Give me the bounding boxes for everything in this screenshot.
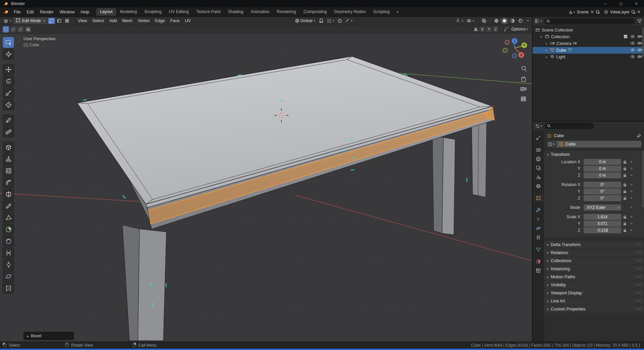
menu-face[interactable]: Face [168, 18, 182, 23]
workspace-tab-geometry-nodes[interactable]: Geometry Nodes [330, 8, 369, 16]
panel-delta-transform[interactable]: Delta Transform [544, 241, 644, 249]
panel-grip-icon[interactable] [636, 268, 641, 270]
tool-rotate[interactable] [3, 76, 14, 87]
view-layer-new-icon[interactable] [631, 10, 635, 14]
shading-rendered-button[interactable] [517, 18, 524, 24]
panel-viewport-display[interactable]: Viewport Display [544, 289, 644, 297]
tab-object-data[interactable] [533, 245, 543, 253]
scene-browse-icon[interactable] [568, 10, 575, 14]
scene-new-icon[interactable] [596, 10, 600, 14]
shading-dropdown[interactable] [525, 18, 530, 23]
editor-type-button[interactable] [2, 18, 13, 24]
animate-dot[interactable] [629, 216, 634, 218]
lock-icon[interactable] [621, 215, 629, 219]
outliner-row-light[interactable]: ▸ Light [533, 54, 644, 60]
rotation-mode-dropdown[interactable]: XYZ Euler [584, 205, 621, 211]
view-layer-selector[interactable]: ViewLayer [604, 10, 641, 14]
workspace-tab-layout[interactable]: Layout [96, 8, 116, 16]
outliner-item-label[interactable]: Camera [556, 41, 571, 46]
hide-eye-icon[interactable] [630, 48, 635, 53]
field-value[interactable]: 0 m [584, 159, 621, 165]
field-value[interactable]: 0 m [584, 166, 621, 172]
workspace-tab-modeling[interactable]: Modeling [116, 8, 141, 16]
menu-uv[interactable]: UV [182, 18, 193, 23]
table-leg-front-left[interactable] [138, 229, 166, 341]
edge-select-button[interactable] [56, 18, 63, 24]
shading-material-button[interactable] [509, 18, 516, 24]
toggle-xray-button[interactable] [480, 18, 488, 24]
tab-world[interactable] [533, 182, 543, 190]
tool-poly-build[interactable] [3, 212, 14, 223]
panel-grip-icon[interactable] [636, 243, 641, 246]
menu-render[interactable]: Render [37, 10, 57, 14]
field-value[interactable]: 1.814 [584, 214, 621, 220]
expand-icon[interactable]: ▾ [539, 35, 543, 39]
panel-grip-icon[interactable] [636, 251, 641, 254]
menu-view[interactable]: View [75, 18, 89, 23]
menu-vertex[interactable]: Vertex [136, 18, 152, 23]
mirror-x-toggle[interactable]: X [479, 26, 485, 32]
select-mode-subtract-button[interactable] [17, 26, 24, 33]
workspace-tab-shading[interactable]: Shading [224, 8, 247, 16]
transform-orientation-dropdown[interactable]: Global [293, 18, 317, 24]
view-layer-name[interactable]: ViewLayer [610, 10, 630, 14]
render-visibility-icon[interactable] [638, 55, 642, 59]
tool-rip-region[interactable] [3, 283, 14, 294]
panel-grip-icon[interactable] [636, 276, 641, 278]
render-visibility-icon[interactable] [638, 41, 642, 46]
checkbox-icon[interactable] [624, 35, 628, 40]
tab-render[interactable] [533, 146, 543, 154]
menu-mesh[interactable]: Mesh [120, 18, 135, 23]
mirror-z-toggle[interactable]: Z [493, 26, 498, 32]
tab-scene[interactable] [533, 173, 543, 181]
mode-dropdown[interactable]: Edit Mode [13, 17, 48, 24]
tab-object[interactable] [533, 194, 543, 202]
shading-solid-button[interactable] [501, 18, 508, 24]
tab-physics[interactable] [533, 224, 543, 232]
animate-dot[interactable] [629, 161, 634, 163]
workspace-tab-texture-paint[interactable]: Texture Paint [193, 8, 224, 16]
select-mode-intersect-button[interactable] [25, 26, 31, 33]
select-mode-new-button[interactable] [3, 26, 9, 33]
tab-constraints[interactable] [533, 233, 543, 241]
animate-dot[interactable] [629, 223, 634, 224]
hide-eye-icon[interactable] [630, 35, 635, 39]
lock-icon[interactable] [621, 160, 629, 164]
viewport-canvas[interactable]: Z Y X [0, 34, 532, 342]
select-mode-extend-button[interactable] [10, 26, 16, 33]
blender-app-icon[interactable] [3, 9, 9, 15]
tool-select-box[interactable] [3, 37, 14, 48]
tool-spin[interactable] [3, 224, 14, 235]
hide-eye-icon[interactable] [630, 41, 635, 46]
tab-material[interactable] [533, 257, 543, 265]
render-visibility-icon[interactable] [638, 48, 642, 53]
panel-grip-icon[interactable] [636, 300, 641, 302]
proportional-editing-button[interactable] [336, 18, 343, 24]
lock-icon[interactable] [621, 174, 629, 177]
panel-custom-properties[interactable]: Custom Properties [544, 305, 644, 313]
menu-select[interactable]: Select [90, 18, 106, 23]
outliner-scrollbar[interactable] [642, 27, 644, 57]
tab-tool[interactable] [533, 134, 543, 141]
tool-add-cube[interactable] [3, 142, 14, 153]
add-workspace-button[interactable]: + [393, 10, 401, 14]
animate-dot[interactable] [629, 190, 634, 192]
render-visibility-icon[interactable] [638, 35, 642, 39]
gizmo-x-neg[interactable] [505, 40, 509, 45]
outliner-row-camera[interactable]: ▸ Camera [533, 40, 644, 47]
breadcrumb-label[interactable]: Cube [554, 133, 564, 138]
panel-visibility[interactable]: Visibility [544, 281, 644, 289]
panel-motion-paths[interactable]: Motion Paths [544, 273, 644, 281]
animate-dot[interactable] [629, 207, 634, 208]
outliner-row-collection[interactable]: ▾ Collection [533, 34, 644, 40]
panel-grip-icon[interactable] [636, 259, 641, 262]
outliner-row-cube[interactable]: ▸ Cube [533, 47, 644, 54]
vertex-select-button[interactable] [48, 18, 55, 24]
menu-edit[interactable]: Edit [23, 10, 37, 14]
workspace-tab-sculpting[interactable]: Sculpting [141, 8, 165, 16]
minimize-button[interactable]: – [598, 0, 613, 7]
outliner-item-label[interactable]: Scene Collection [542, 28, 573, 33]
object-name-field[interactable]: Cube [556, 141, 641, 148]
tool-annotate[interactable] [3, 115, 14, 126]
scene-3d-view[interactable]: Z Y X [0, 34, 532, 342]
